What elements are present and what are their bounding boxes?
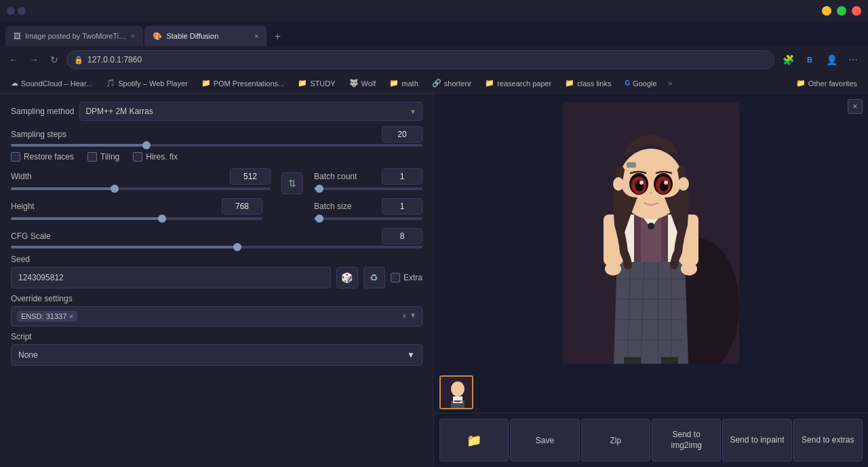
address-bar[interactable]: 🔒 127.0.0.1:7860 bbox=[66, 50, 774, 69]
refresh-button[interactable]: ↻ bbox=[46, 52, 62, 68]
batch-size-label: Batch size bbox=[314, 202, 368, 211]
sampling-steps-slider[interactable] bbox=[11, 144, 422, 147]
more-bookmarks-arrow[interactable]: > bbox=[665, 79, 675, 88]
shortenr-icon: 🔗 bbox=[432, 79, 441, 88]
folder-button[interactable]: 📁 bbox=[439, 419, 509, 462]
tab1-close[interactable]: × bbox=[131, 32, 135, 40]
override-dropdown-button[interactable]: ▼ bbox=[410, 312, 416, 321]
svg-point-15 bbox=[681, 262, 697, 276]
send-to-inpaint-label: Send to inpaint bbox=[730, 435, 784, 446]
hires-fix-checkbox-box bbox=[133, 152, 142, 162]
send-to-extras-button[interactable]: Send to extras bbox=[793, 419, 863, 462]
tab2-close[interactable]: × bbox=[254, 32, 258, 40]
width-value[interactable]: 512 bbox=[230, 168, 271, 185]
generated-image bbox=[563, 102, 739, 364]
spotify-icon: 🎵 bbox=[106, 79, 115, 88]
svg-rect-28 bbox=[627, 162, 636, 168]
extra-checkbox-box[interactable] bbox=[391, 273, 400, 282]
svg-point-32 bbox=[451, 381, 465, 396]
height-slider[interactable] bbox=[11, 217, 262, 220]
recycle-icon: ♻ bbox=[370, 272, 378, 283]
tag-remove-button[interactable]: × bbox=[69, 313, 73, 320]
image-close-button[interactable]: × bbox=[848, 99, 863, 114]
svg-point-24 bbox=[639, 181, 644, 185]
bookmark-class-links[interactable]: 📁 class links bbox=[559, 77, 616, 89]
tiling-label: Tiling bbox=[100, 152, 119, 162]
bookmark-study[interactable]: 📁 STUDY bbox=[292, 77, 340, 89]
hires-fix-checkbox[interactable]: Hires. fix bbox=[133, 152, 178, 162]
thumbnail-1[interactable] bbox=[439, 375, 473, 409]
width-slider[interactable] bbox=[11, 187, 271, 190]
profile-icon[interactable]: 👤 bbox=[822, 50, 841, 69]
bookmark-shortenr[interactable]: 🔗 shortenr bbox=[427, 77, 477, 89]
menu-button[interactable]: ⋯ bbox=[844, 50, 863, 69]
extensions-button[interactable]: 🧩 bbox=[778, 50, 797, 69]
dice-button[interactable]: 🎲 bbox=[336, 267, 358, 288]
bing-icon[interactable]: B bbox=[800, 50, 819, 69]
close-icon: × bbox=[852, 102, 857, 111]
close-button[interactable] bbox=[852, 6, 861, 16]
bm-more-label: Other favorites bbox=[808, 79, 857, 88]
bookmark-spotify[interactable]: 🎵 Spotify – Web Player bbox=[100, 77, 193, 89]
tab1-favicon: 🖼 bbox=[14, 32, 21, 40]
sampling-method-dropdown[interactable]: DPM++ 2M Karras ▼ bbox=[79, 102, 422, 121]
send-to-inpaint-button[interactable]: Send to inpaint bbox=[722, 419, 791, 462]
override-actions: × ▼ bbox=[402, 312, 416, 321]
swap-dimensions-button[interactable]: ⇅ bbox=[281, 172, 303, 194]
restore-faces-checkbox[interactable]: Restore faces bbox=[11, 152, 74, 162]
math-folder-icon: 📁 bbox=[389, 79, 399, 88]
script-arrow: ▼ bbox=[407, 350, 415, 360]
bm8-label: reasearch paper bbox=[497, 79, 551, 88]
send-to-img2img-button[interactable]: Send to img2img bbox=[652, 419, 721, 462]
bookmark-pom[interactable]: 📁 POM Presentations... bbox=[196, 77, 290, 89]
minimize-button[interactable] bbox=[822, 6, 831, 16]
cfg-scale-value[interactable]: 8 bbox=[382, 228, 422, 244]
batch-count-slider[interactable] bbox=[314, 187, 422, 190]
tiling-checkbox[interactable]: Tiling bbox=[87, 152, 119, 162]
maximize-button[interactable] bbox=[837, 6, 846, 16]
settings-panel: Sampling method DPM++ 2M Karras ▼ Sampli… bbox=[0, 94, 434, 467]
batch-size-value[interactable]: 1 bbox=[382, 198, 422, 214]
tab-stable-diffusion[interactable]: 🎨 Stable Diffusion × bbox=[144, 26, 267, 46]
save-button-label: Save bbox=[536, 436, 554, 445]
height-value[interactable]: 768 bbox=[222, 198, 262, 214]
svg-rect-30 bbox=[661, 357, 678, 364]
bm9-label: class links bbox=[577, 79, 611, 88]
zip-button[interactable]: Zip bbox=[581, 419, 650, 462]
new-tab-button[interactable]: + bbox=[268, 27, 287, 46]
script-dropdown[interactable]: None ▼ bbox=[11, 344, 422, 366]
back-button[interactable]: ← bbox=[5, 52, 22, 68]
other-favorites-icon: 📁 bbox=[796, 79, 806, 88]
bm5-label: Wolf bbox=[361, 79, 376, 88]
save-button[interactable]: Save bbox=[510, 419, 579, 462]
action-bar: 📁 Save Zip Send to img2img Send to inpai… bbox=[434, 413, 868, 467]
bookmark-soundcloud[interactable]: ☁ SoundCloud – Hear... bbox=[5, 77, 98, 89]
bookmark-google[interactable]: G Google bbox=[619, 78, 662, 89]
send-to-img2img-label: Send to img2img bbox=[656, 430, 716, 451]
bookmark-math[interactable]: 📁 math bbox=[384, 77, 423, 89]
bm3-label: POM Presentations... bbox=[214, 79, 285, 88]
recycle-button[interactable]: ♻ bbox=[363, 267, 385, 288]
batch-count-value[interactable]: 1 bbox=[382, 168, 422, 185]
override-clear-button[interactable]: × bbox=[402, 312, 407, 321]
batch-size-slider[interactable] bbox=[314, 217, 422, 220]
sidebar-toggle[interactable] bbox=[18, 7, 26, 15]
forward-button[interactable]: → bbox=[26, 52, 42, 68]
seed-input[interactable] bbox=[11, 267, 331, 288]
bm7-label: shortenr bbox=[444, 79, 471, 88]
bookmark-research[interactable]: 📁 reasearch paper bbox=[479, 77, 557, 89]
svg-point-11 bbox=[648, 223, 654, 229]
restore-faces-checkbox-box bbox=[11, 152, 20, 162]
bm4-label: STUDY bbox=[310, 79, 335, 88]
bookmark-wolf[interactable]: 🐺 Wolf bbox=[344, 77, 382, 89]
override-tags-container: ENSD: 31337 × × ▼ bbox=[11, 306, 422, 326]
extra-label: Extra bbox=[403, 273, 422, 282]
bm2-label: Spotify – Web Player bbox=[118, 79, 188, 88]
cfg-scale-slider[interactable] bbox=[11, 246, 422, 248]
sampling-steps-value[interactable]: 20 bbox=[382, 126, 422, 143]
sampling-method-arrow: ▼ bbox=[410, 108, 416, 115]
tag-label: ENSD: 31337 bbox=[21, 312, 66, 320]
tab-image-posted[interactable]: 🖼 Image posted by TwoMoreTimes... × bbox=[5, 26, 143, 46]
svg-point-27 bbox=[678, 177, 689, 191]
bookmark-other-favorites[interactable]: 📁 Other favorites bbox=[791, 77, 863, 89]
